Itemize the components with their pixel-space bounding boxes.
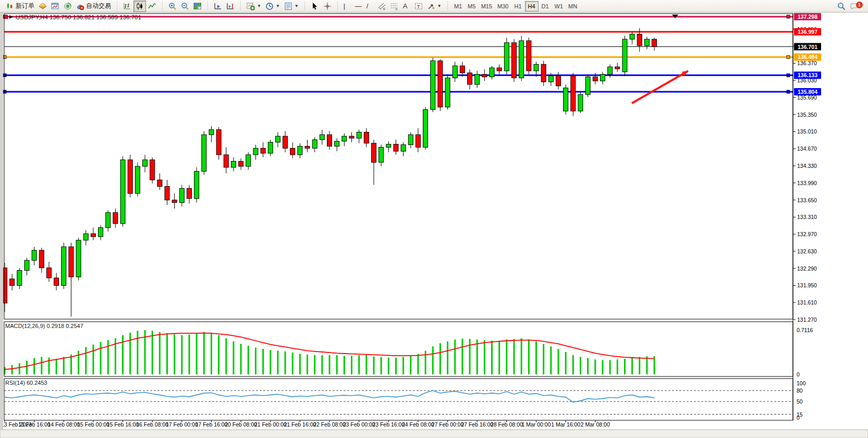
trendline-button[interactable]: / xyxy=(364,1,376,12)
line-handle[interactable] xyxy=(3,74,6,77)
market-watch-button[interactable] xyxy=(36,1,49,12)
candle-bearish xyxy=(91,234,95,237)
time-tick-label: 17 Feb 16:00 xyxy=(195,421,228,428)
timeframe-M5[interactable]: M5 xyxy=(465,1,479,11)
zoom-out-icon xyxy=(181,2,189,10)
chat-button[interactable]: 1 xyxy=(848,1,860,12)
candle-bullish xyxy=(275,136,280,142)
indicators-button[interactable]: ▼ xyxy=(244,1,263,12)
timeframe-H4[interactable]: H4 xyxy=(525,1,539,11)
autotrading-label: 自动交易 xyxy=(86,2,111,10)
chart-window[interactable]: USDJPY,H4 136.750 136.821 136.589 136.70… xyxy=(0,13,868,438)
chart-shift-icon xyxy=(226,2,235,10)
bar-chart-button[interactable] xyxy=(121,1,133,12)
timeframe-H1[interactable]: H1 xyxy=(511,1,525,11)
line-handle[interactable] xyxy=(4,15,8,19)
chart-window-button[interactable] xyxy=(49,1,62,12)
line-handle[interactable] xyxy=(787,15,790,18)
candle-bullish xyxy=(106,213,111,228)
periods-button[interactable]: ▼ xyxy=(263,1,282,12)
candle-bearish xyxy=(637,34,642,46)
timeframe-MN[interactable]: MN xyxy=(566,1,580,11)
text-label-button[interactable]: T xyxy=(412,1,425,12)
time-tick-label: 28 Feb 08:00 xyxy=(491,421,523,428)
rsi-scale-label: 50 xyxy=(797,398,803,405)
zoom-out-button[interactable] xyxy=(179,1,191,12)
line-chart-icon xyxy=(148,2,156,10)
candle-bullish xyxy=(534,64,539,71)
candle-bearish xyxy=(10,279,15,286)
candle-bullish xyxy=(342,136,347,141)
macd-scale-max: 0.7116 xyxy=(797,327,813,333)
time-tick-label: 21 Feb 16:00 xyxy=(284,421,316,428)
candle-bearish xyxy=(512,43,517,78)
line-chart-button[interactable] xyxy=(146,1,158,12)
candle-bearish xyxy=(54,278,59,285)
candle-bullish xyxy=(179,188,184,202)
rsi-label: RSI(14) 60.2453 xyxy=(5,380,47,386)
chart-canvas[interactable]: USDJPY,H4 136.750 136.821 136.589 136.70… xyxy=(0,13,868,438)
chevron-down-icon: ▼ xyxy=(295,4,299,8)
line-handle[interactable] xyxy=(787,55,790,58)
candle-bullish xyxy=(600,75,605,81)
rsi-scale-label: 0 xyxy=(797,415,800,421)
price-tick-label: 131.270 xyxy=(797,317,817,323)
zoom-in-button[interactable] xyxy=(166,1,179,12)
new-order-button[interactable]: 新订单 xyxy=(4,1,36,12)
time-tick-label: 21 Feb 00:00 xyxy=(254,421,287,428)
toolbar-separator xyxy=(446,2,449,11)
line-handle[interactable] xyxy=(3,55,6,58)
candle-bearish xyxy=(593,77,597,81)
candle-bearish xyxy=(415,135,420,147)
timeframe-M1[interactable]: M1 xyxy=(451,1,465,11)
toolbar-separator xyxy=(116,2,118,11)
timeframe-M30[interactable]: M30 xyxy=(495,1,511,11)
time-tick-label: 13 Feb 16:00 xyxy=(18,421,51,428)
candle-bearish xyxy=(394,144,398,151)
candle-bearish xyxy=(482,75,487,77)
line-handle[interactable] xyxy=(787,90,790,93)
price-tick-label: 135.350 xyxy=(797,112,817,118)
auto-scroll-button[interactable] xyxy=(212,1,224,12)
toolbar-separator xyxy=(206,2,209,11)
line-handle[interactable] xyxy=(3,90,6,93)
price-tick-label: 132.630 xyxy=(797,248,817,254)
horizontal-line-button[interactable]: — xyxy=(353,1,364,12)
time-tick-label: 1 Mar 00:00 xyxy=(521,421,551,428)
data-window-button[interactable] xyxy=(62,1,74,12)
market-watch-icon xyxy=(39,2,47,10)
candlestick-button[interactable] xyxy=(133,1,146,12)
timeframe-D1[interactable]: D1 xyxy=(539,1,552,11)
cursor-button[interactable] xyxy=(309,1,321,12)
candle-bullish xyxy=(320,135,324,140)
candle-bullish xyxy=(453,66,457,78)
indicators-icon xyxy=(247,2,255,10)
candle-bullish xyxy=(379,147,384,162)
line-handle[interactable] xyxy=(787,74,790,77)
candle-bearish xyxy=(438,61,443,107)
timeframe-W1[interactable]: W1 xyxy=(552,1,566,11)
text-button[interactable]: A xyxy=(401,1,412,12)
candle-bearish xyxy=(261,148,265,153)
arrows-button[interactable]: ▼ xyxy=(425,1,444,12)
search-button[interactable] xyxy=(835,1,848,12)
candle-bearish xyxy=(290,148,295,155)
chevron-down-icon: ▼ xyxy=(276,4,280,8)
price-badge-label: 135.804 xyxy=(798,89,817,95)
equidistant-channel-button[interactable]: E xyxy=(376,1,388,12)
autotrading-button[interactable]: 自动交易 xyxy=(74,1,113,12)
autotrading-icon xyxy=(76,2,84,10)
vertical-line-button[interactable]: | xyxy=(341,1,353,12)
candle-bearish xyxy=(283,136,288,148)
crosshair-button[interactable] xyxy=(321,1,334,12)
timeframe-M15[interactable]: M15 xyxy=(479,1,495,11)
price-tick-label: 132.970 xyxy=(797,231,817,237)
rsi-scale-label: 100 xyxy=(797,380,806,386)
candle-bullish xyxy=(401,145,406,152)
time-tick-label: 14 Feb 08:00 xyxy=(47,421,80,428)
candle-bullish xyxy=(423,110,428,147)
chart-shift-button[interactable] xyxy=(224,1,237,12)
tile-windows-button[interactable] xyxy=(191,1,204,12)
fibonacci-button[interactable]: F xyxy=(388,1,401,12)
templates-button[interactable]: ▼ xyxy=(282,1,301,12)
